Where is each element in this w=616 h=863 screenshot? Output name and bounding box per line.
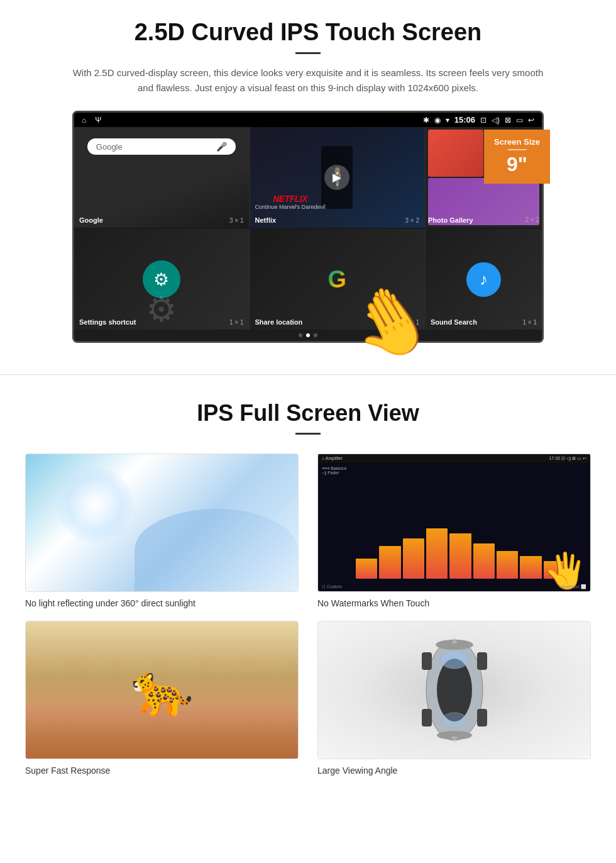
section1-title: 2.5D Curved IPS Touch Screen	[25, 19, 591, 46]
status-bar: ⌂ Ψ ✱ ◉ ▾ 15:06 ⊡ ◁) ⊠ ▭ ↩	[74, 113, 542, 127]
equalizer-visual: ⌂ Amplifier 17:33 ⊡ ◁) ⊠ ▭ ↩ ≡≡≡ Balance…	[318, 454, 590, 591]
gallery-app-name: Photo Gallery	[428, 216, 473, 224]
status-left-icons: ⌂ Ψ	[82, 116, 101, 125]
gallery-thumb-1	[428, 130, 483, 177]
cheetah-visual: 🐆	[26, 621, 298, 759]
dot-3	[314, 333, 317, 337]
google-app-name: Google	[79, 216, 103, 224]
status-time: 15:06	[454, 115, 475, 125]
netflix-logo-text: NETFLIX	[255, 194, 326, 204]
section-ips-view: IPS Full Screen View No light reflecting…	[0, 394, 616, 794]
car-image	[317, 621, 591, 759]
car-label: Large Viewing Angle	[317, 766, 591, 776]
location-icon: ◉	[434, 116, 441, 125]
close-icon: ⊠	[505, 116, 511, 125]
app-grid-row1: Google 🎤 Google 3 × 1 🕴 ▶	[74, 127, 542, 228]
sound-app-size: 1 × 1	[522, 319, 537, 326]
settings-app-size: 1 × 1	[229, 319, 244, 326]
google-g-logo: G	[327, 266, 346, 293]
bluetooth-icon: ✱	[423, 116, 429, 125]
screen-size-badge: Screen Size 9"	[484, 130, 550, 184]
app-cell-google[interactable]: Google 🎤 Google 3 × 1	[74, 127, 249, 228]
cheetah-image: 🐆	[25, 621, 299, 759]
status-right-icons: ✱ ◉ ▾ 15:06 ⊡ ◁) ⊠ ▭ ↩	[423, 115, 534, 125]
svg-rect-6	[422, 652, 432, 670]
equalizer-image: ⌂ Amplifier 17:33 ⊡ ◁) ⊠ ▭ ↩ ≡≡≡ Balance…	[317, 454, 591, 592]
settings-app-name: Settings shortcut	[79, 318, 136, 326]
google-logo: Google	[96, 142, 123, 152]
dot-2	[306, 333, 310, 337]
wifi-icon: ▾	[446, 116, 449, 125]
equalizer-label: No Watermarks When Touch	[317, 598, 591, 608]
feature-sunlight: No light reflecting under 360° direct su…	[25, 454, 299, 608]
app-cell-sound[interactable]: ♪ Sound Search 1 × 1	[426, 229, 542, 330]
badge-title: Screen Size	[494, 137, 540, 147]
sound-app-name: Sound Search	[431, 318, 477, 326]
music-icon: ♪	[466, 262, 501, 297]
netflix-subtitle: Continue Marvel's Daredevil	[255, 204, 326, 210]
app-grid-row2: ⚙ ⚙ Settings shortcut 1 × 1 G 🤚	[74, 229, 542, 330]
sunlight-label: No light reflecting under 360° direct su…	[25, 598, 299, 608]
settings-label-area: Settings shortcut 1 × 1	[79, 318, 244, 326]
netflix-badge: NETFLIX Continue Marvel's Daredevil	[255, 194, 326, 210]
android-screen-mockup: ⌂ Ψ ✱ ◉ ▾ 15:06 ⊡ ◁) ⊠ ▭ ↩	[72, 111, 544, 343]
cheetah-label: Super Fast Response	[25, 766, 299, 776]
section1-description: With 2.5D curved-display screen, this de…	[69, 65, 547, 96]
feature-equalizer: ⌂ Amplifier 17:33 ⊡ ◁) ⊠ ▭ ↩ ≡≡≡ Balance…	[317, 454, 591, 608]
svg-point-3	[442, 713, 467, 728]
svg-rect-9	[477, 709, 487, 727]
car-visual	[318, 621, 590, 759]
badge-divider	[508, 149, 527, 150]
badge-size: 9"	[494, 153, 540, 176]
svg-rect-8	[422, 709, 432, 727]
feature-grid: No light reflecting under 360° direct su…	[25, 454, 591, 776]
feature-cheetah: 🐆 Super Fast Response	[25, 621, 299, 776]
google-search-bar[interactable]: Google 🎤	[87, 138, 236, 155]
pagination-dots	[74, 330, 542, 341]
svg-point-2	[441, 651, 468, 669]
app-cell-netflix[interactable]: 🕴 ▶ NETFLIX Continue Marvel's Daredevil …	[250, 127, 425, 228]
volume-icon: ◁)	[492, 116, 500, 125]
google-app-size: 3 × 1	[229, 217, 244, 224]
page-separator	[0, 374, 616, 375]
section-curved-screen: 2.5D Curved IPS Touch Screen With 2.5D c…	[0, 0, 616, 355]
sunlight-image	[25, 454, 299, 592]
usb-icon: Ψ	[95, 116, 101, 125]
google-label-area: Google 3 × 1	[79, 216, 244, 224]
sound-label-area: Sound Search 1 × 1	[431, 318, 537, 326]
window-icon: ▭	[516, 116, 523, 125]
play-button[interactable]: ▶	[324, 165, 349, 190]
back-icon: ↩	[528, 116, 534, 125]
feature-car: Large Viewing Angle	[317, 621, 591, 776]
dot-1	[299, 333, 302, 337]
mic-icon: 🎤	[216, 142, 227, 152]
gallery-app-size: 2 × 2	[525, 216, 539, 224]
sunlight-visual	[26, 454, 298, 591]
camera-icon: ⊡	[480, 116, 487, 125]
car-top-view-svg	[417, 633, 492, 747]
section2-title: IPS Full Screen View	[25, 400, 591, 426]
title-divider	[295, 52, 321, 54]
app-cell-settings[interactable]: ⚙ ⚙ Settings shortcut 1 × 1	[74, 229, 249, 330]
section2-divider	[295, 433, 321, 435]
svg-rect-7	[477, 652, 487, 670]
share-app-name: Share location	[255, 318, 303, 326]
home-icon: ⌂	[82, 116, 86, 125]
